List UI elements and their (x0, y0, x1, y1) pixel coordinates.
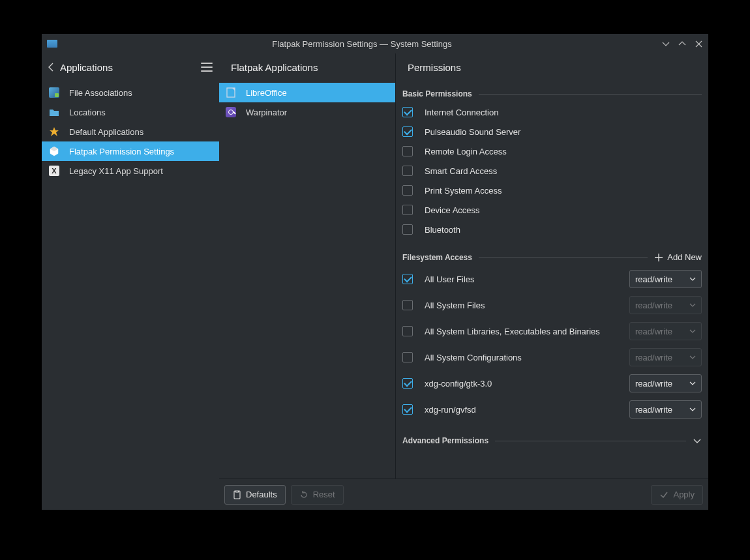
permission-label: Smart Card Access (425, 166, 702, 176)
mode-dropdown-all-user-files[interactable]: read/write (629, 270, 702, 288)
dropdown-value: read/write (635, 379, 687, 389)
permission-row-bluetooth: Bluetooth (402, 220, 702, 239)
checkbox-all-system-libs[interactable] (402, 326, 413, 336)
defaults-button[interactable]: Defaults (224, 485, 286, 505)
permission-row-device-access: Device Access (402, 200, 702, 220)
permission-row-smart-card: Smart Card Access (402, 161, 702, 181)
checkbox-device-access[interactable] (402, 205, 413, 215)
legacy-x11-app-support-icon: X (49, 166, 59, 176)
checkbox-xdg-run-gvfsd[interactable] (402, 404, 413, 415)
defaults-label: Defaults (246, 490, 277, 499)
mode-dropdown-xdg-run-gvfsd[interactable]: read/write (629, 400, 702, 419)
filesystem-access-header: Filesystem Access Add New (402, 252, 702, 262)
permission-label: Pulseaudio Sound Server (425, 127, 702, 137)
checkbox-bluetooth[interactable] (402, 224, 413, 235)
filesystem-label: xdg-config/gtk-3.0 (425, 379, 618, 389)
filesystem-access-label: Filesystem Access (402, 253, 472, 262)
checkbox-smart-card[interactable] (402, 166, 413, 176)
filesystem-row-all-system-libs: All System Libraries, Executables and Bi… (402, 318, 702, 344)
chevron-up-icon (678, 40, 686, 48)
apply-button[interactable]: Apply (651, 485, 703, 505)
bottom-bar: Defaults Reset Apply (219, 479, 708, 510)
chevron-down-icon (693, 436, 702, 445)
filesystem-label: All System Files (425, 301, 618, 310)
sidebar-header: Applications (42, 53, 219, 81)
dropdown-value: read/write (635, 353, 687, 362)
middle-panel-title: Flatpak Applications (219, 53, 395, 81)
chevron-down-icon (689, 406, 696, 413)
checkbox-pulseaudio[interactable] (402, 126, 413, 137)
filesystem-row-xdg-config-gtk: xdg-config/gtk-3.0 read/write (402, 370, 702, 396)
advanced-permissions-header[interactable]: Advanced Permissions (402, 429, 702, 452)
sidebar: Applications File AssociationsLocationsD… (42, 53, 219, 479)
defaults-icon (233, 490, 241, 499)
filesystem-label: All System Configurations (425, 353, 618, 362)
permission-row-internet: Internet Connection (402, 102, 702, 122)
app-item-label: LibreOffice (246, 88, 287, 98)
app-item-warpinator[interactable]: Warpinator (219, 102, 395, 122)
permission-row-remote-login: Remote Login Access (402, 141, 702, 161)
apply-label: Apply (673, 490, 695, 499)
filesystem-label: xdg-run/gvfsd (425, 405, 618, 415)
filesystem-label: All User Files (425, 274, 618, 284)
libreoffice-icon (226, 87, 236, 98)
chevron-down-icon (689, 380, 696, 387)
window-maximize-button[interactable] (678, 39, 687, 48)
menu-button[interactable] (201, 63, 213, 72)
checkbox-internet[interactable] (402, 107, 413, 117)
checkbox-all-user-files[interactable] (402, 274, 413, 284)
reset-label: Reset (313, 490, 335, 499)
chevron-down-icon (689, 302, 696, 308)
permission-row-print-system: Print System Access (402, 181, 702, 200)
add-new-button[interactable]: Add New (654, 252, 702, 262)
app-item-label: Warpinator (246, 108, 287, 117)
permissions-panel: Permissions Basic Permissions Internet C… (396, 53, 708, 479)
sidebar-item-flatpak-permission-settings[interactable]: Flatpak Permission Settings (42, 141, 219, 161)
permission-label: Internet Connection (425, 108, 702, 117)
mode-dropdown-all-system-libs: read/write (629, 322, 702, 340)
mode-dropdown-all-system-configs: read/write (629, 348, 702, 366)
sidebar-back-label: Applications (60, 62, 113, 73)
window-minimize-button[interactable] (661, 39, 670, 48)
sidebar-item-label: Flatpak Permission Settings (69, 147, 174, 156)
mode-dropdown-all-system-files: read/write (629, 296, 702, 314)
sidebar-item-locations[interactable]: Locations (42, 102, 219, 122)
chevron-down-icon (662, 40, 670, 48)
reset-button[interactable]: Reset (291, 485, 344, 505)
default-applications-icon (49, 126, 59, 137)
warpinator-icon (226, 107, 236, 117)
filesystem-row-all-system-files: All System Files read/write (402, 292, 702, 318)
dropdown-value: read/write (635, 327, 687, 336)
checkbox-print-system[interactable] (402, 185, 413, 196)
app-icon (47, 40, 57, 48)
checkbox-all-system-files[interactable] (402, 300, 413, 310)
sidebar-item-file-associations[interactable]: File Associations (42, 83, 219, 102)
chevron-down-icon (689, 328, 696, 334)
window-close-button[interactable] (694, 39, 703, 48)
system-settings-window: Flatpak Permission Settings — System Set… (42, 34, 708, 510)
sidebar-item-default-applications[interactable]: Default Applications (42, 122, 219, 141)
sidebar-back-button[interactable]: Applications (48, 62, 113, 73)
plus-icon (654, 253, 663, 262)
basic-permissions-label: Basic Permissions (402, 89, 472, 98)
checkbox-all-system-configs[interactable] (402, 352, 413, 362)
flatpak-applications-panel: Flatpak Applications LibreOfficeWarpinat… (219, 53, 396, 479)
permission-label: Bluetooth (425, 225, 702, 235)
permission-label: Device Access (425, 205, 702, 215)
permission-row-pulseaudio: Pulseaudio Sound Server (402, 122, 702, 141)
permissions-title: Permissions (396, 53, 708, 81)
close-icon (695, 40, 702, 48)
filesystem-row-all-user-files: All User Files read/write (402, 266, 702, 292)
sidebar-item-label: File Associations (69, 88, 132, 98)
check-icon (659, 490, 668, 499)
basic-permissions-header: Basic Permissions (402, 89, 702, 98)
app-item-libreoffice[interactable]: LibreOffice (219, 83, 395, 102)
chevron-down-icon (689, 276, 696, 282)
window-title: Flatpak Permission Settings — System Set… (63, 39, 661, 49)
checkbox-xdg-config-gtk[interactable] (402, 378, 413, 389)
sidebar-item-legacy-x11-app-support[interactable]: XLegacy X11 App Support (42, 161, 219, 181)
checkbox-remote-login[interactable] (402, 146, 413, 156)
sidebar-item-label: Legacy X11 App Support (69, 166, 163, 176)
mode-dropdown-xdg-config-gtk[interactable]: read/write (629, 374, 702, 392)
window-controls (661, 39, 703, 48)
